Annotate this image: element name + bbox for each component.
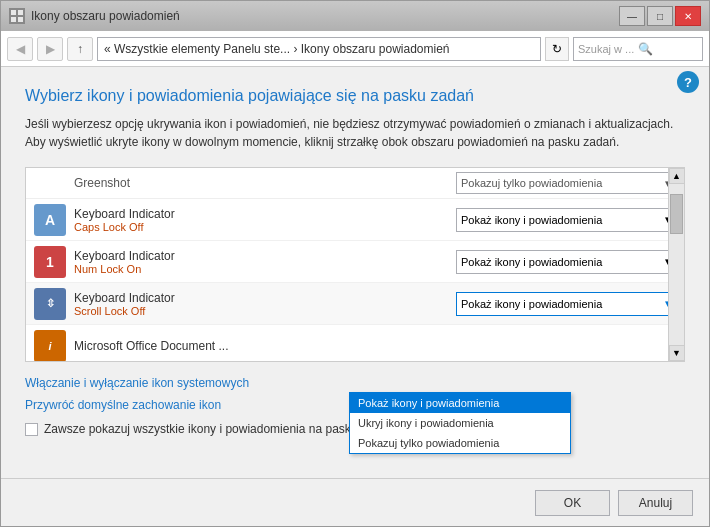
title-bar: Ikony obszaru powiadomień — □ ✕	[1, 1, 709, 31]
search-icon: 🔍	[638, 42, 653, 56]
num-lock-dropdown-value: Pokaż ikony i powiadomienia	[461, 256, 602, 268]
cancel-button[interactable]: Anuluj	[618, 490, 693, 516]
address-path[interactable]: « Wszystkie elementy Panelu ste... › Iko…	[97, 37, 541, 61]
window-icon	[9, 8, 25, 24]
main-window: Ikony obszaru powiadomień — □ ✕ ◀ ▶ ↑ « …	[0, 0, 710, 527]
ok-button[interactable]: OK	[535, 490, 610, 516]
search-box[interactable]: Szukaj w ... 🔍	[573, 37, 703, 61]
num-lock-text: Keyboard Indicator Num Lock On	[74, 249, 448, 275]
svg-rect-2	[11, 17, 16, 22]
minimize-button[interactable]: —	[619, 6, 645, 26]
scroll-thumb[interactable]	[670, 194, 683, 234]
page-description: Jeśli wybierzesz opcję ukrywania ikon i …	[25, 115, 685, 151]
num-lock-icon: 1	[34, 246, 66, 278]
always-show-label: Zawsze pokazuj wszystkie ikony i powiado…	[44, 422, 394, 436]
dropdown-option-hide-icons[interactable]: Ukryj ikony i powiadomienia	[350, 413, 570, 433]
scroll-lock-name: Keyboard Indicator	[74, 291, 448, 305]
svg-rect-1	[18, 10, 23, 15]
caps-lock-detail: Caps Lock Off	[74, 221, 448, 233]
main-content: Wybierz ikony i powiadomienia pojawiając…	[1, 67, 709, 478]
scroll-lock-text: Keyboard Indicator Scroll Lock Off	[74, 291, 448, 317]
caps-lock-dropdown-value: Pokaż ikony i powiadomienia	[461, 214, 602, 226]
back-button[interactable]: ◀	[7, 37, 33, 61]
notification-list: Greenshot Pokazuj tylko powiadomienia ▾ …	[25, 167, 685, 362]
caps-lock-text: Keyboard Indicator Caps Lock Off	[74, 207, 448, 233]
page-title: Wybierz ikony i powiadomienia pojawiając…	[25, 87, 685, 105]
svg-rect-0	[11, 10, 16, 15]
up-button[interactable]: ↑	[67, 37, 93, 61]
num-lock-item: 1 Keyboard Indicator Num Lock On Pokaż i…	[26, 241, 684, 283]
scroll-lock-dropdown-value: Pokaż ikony i powiadomienia	[461, 298, 602, 310]
list-header-row: Greenshot Pokazuj tylko powiadomienia ▾	[26, 168, 684, 199]
dropdown-option-show-icons[interactable]: Pokaż ikony i powiadomienia	[350, 393, 570, 413]
caps-lock-item: A Keyboard Indicator Caps Lock Off Pokaż…	[26, 199, 684, 241]
greenshot-label: Greenshot	[74, 176, 448, 190]
address-bar: ◀ ▶ ↑ « Wszystkie elementy Panelu ste...…	[1, 31, 709, 67]
ms-office-icon: i	[34, 330, 66, 362]
scroll-lock-item: ⇳ Keyboard Indicator Scroll Lock Off Pok…	[26, 283, 684, 325]
greenshot-dropdown-value: Pokazuj tylko powiadomienia	[461, 177, 602, 189]
list-scrollbar[interactable]: ▲ ▼	[668, 168, 684, 361]
ms-office-name: Microsoft Office Document ...	[74, 339, 676, 353]
title-bar-controls: — □ ✕	[619, 6, 701, 26]
num-lock-dropdown[interactable]: Pokaż ikony i powiadomienia ▾	[456, 250, 676, 274]
scroll-track	[669, 184, 684, 345]
scroll-lock-dropdown[interactable]: Pokaż ikony i powiadomienia ▾	[456, 292, 676, 316]
ms-office-item: i Microsoft Office Document ...	[26, 325, 684, 362]
svg-rect-3	[18, 17, 23, 22]
scroll-lock-detail: Scroll Lock Off	[74, 305, 448, 317]
scroll-down-arrow[interactable]: ▼	[669, 345, 685, 361]
window-title: Ikony obszaru powiadomień	[31, 9, 180, 23]
caps-lock-dropdown[interactable]: Pokaż ikony i powiadomienia ▾	[456, 208, 676, 232]
ms-office-text: Microsoft Office Document ...	[74, 339, 676, 353]
scroll-up-arrow[interactable]: ▲	[669, 168, 685, 184]
maximize-button[interactable]: □	[647, 6, 673, 26]
num-lock-detail: Num Lock On	[74, 263, 448, 275]
always-show-checkbox[interactable]	[25, 423, 38, 436]
search-placeholder: Szukaj w ...	[578, 43, 634, 55]
refresh-button[interactable]: ↻	[545, 37, 569, 61]
close-button[interactable]: ✕	[675, 6, 701, 26]
dropdown-option-show-only-notif[interactable]: Pokazuj tylko powiadomienia	[350, 433, 570, 453]
scroll-lock-dropdown-menu: Pokaż ikony i powiadomienia Ukryj ikony …	[349, 392, 571, 454]
caps-lock-name: Keyboard Indicator	[74, 207, 448, 221]
system-icons-link[interactable]: Włączanie i wyłączanie ikon systemowych	[25, 376, 685, 390]
greenshot-dropdown[interactable]: Pokazuj tylko powiadomienia ▾	[456, 172, 676, 194]
caps-lock-icon: A	[34, 204, 66, 236]
bottom-bar: OK Anuluj	[1, 478, 709, 526]
num-lock-name: Keyboard Indicator	[74, 249, 448, 263]
scroll-lock-icon: ⇳	[34, 288, 66, 320]
forward-button[interactable]: ▶	[37, 37, 63, 61]
title-bar-left: Ikony obszaru powiadomień	[9, 8, 180, 24]
